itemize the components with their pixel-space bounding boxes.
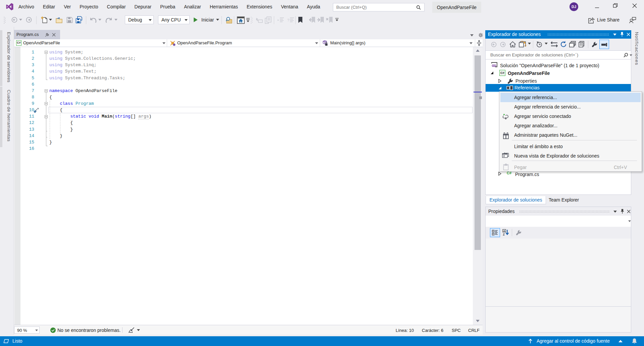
svg-text:?: ? bbox=[287, 18, 289, 22]
svg-text:Z: Z bbox=[503, 233, 505, 236]
svg-text:A: A bbox=[503, 229, 505, 232]
